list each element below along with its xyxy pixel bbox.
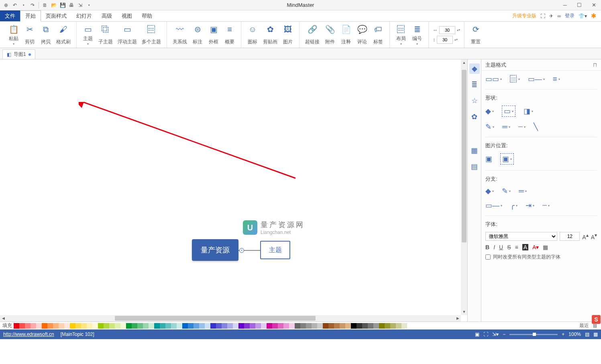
strike-button[interactable]: S xyxy=(507,244,511,250)
clipart-button[interactable]: ✿剪贴画 xyxy=(261,23,280,46)
color-swatch[interactable] xyxy=(98,323,104,329)
color-swatch[interactable] xyxy=(137,323,143,329)
img-right-icon[interactable]: ▣▾ xyxy=(500,153,514,165)
login-link[interactable]: 登录 xyxy=(565,12,575,19)
color-swatch[interactable] xyxy=(306,323,312,329)
color-swatch[interactable] xyxy=(59,323,64,329)
font-family-select[interactable]: 微软雅黑 xyxy=(485,232,557,241)
menu-start[interactable]: 开始 xyxy=(20,10,41,22)
color-swatch[interactable] xyxy=(199,323,205,329)
status-url[interactable]: http://www.edrawsoft.cn xyxy=(3,331,54,337)
color-swatch[interactable] xyxy=(109,323,115,329)
color-swatch[interactable] xyxy=(345,323,351,329)
child-topic-node[interactable]: 主题 xyxy=(260,241,290,259)
export-icon[interactable]: ⇲ xyxy=(77,2,84,9)
color-swatch[interactable] xyxy=(132,323,137,329)
reset-button[interactable]: ⟳重置 xyxy=(468,23,484,46)
border-color-icon[interactable]: ✎▾ xyxy=(485,122,494,131)
menu-advanced[interactable]: 高级 xyxy=(97,10,117,21)
color-swatch[interactable] xyxy=(104,323,109,329)
fill-color-icon[interactable]: ◆▾ xyxy=(485,106,494,117)
open-icon[interactable]: 📂 xyxy=(50,2,57,9)
color-swatch[interactable] xyxy=(115,323,120,329)
color-swatch[interactable] xyxy=(317,323,323,329)
color-swatch[interactable] xyxy=(272,323,278,329)
document-tab[interactable]: ◧ 导图1 xyxy=(2,49,35,59)
color-swatch[interactable] xyxy=(75,323,81,329)
maximize-button[interactable]: ☐ xyxy=(572,0,587,10)
color-swatch[interactable] xyxy=(334,323,340,329)
redo-button[interactable]: ↷ xyxy=(29,2,36,9)
branch-curve-icon[interactable]: ╭▾ xyxy=(510,201,517,210)
color-swatch[interactable] xyxy=(25,323,31,329)
zoom-out-button[interactable]: − xyxy=(503,331,505,337)
color-swatch[interactable] xyxy=(255,323,261,329)
tree-style-icon[interactable]: ⿳▾ xyxy=(510,75,520,83)
scroll-right-icon[interactable]: ▶ xyxy=(454,315,461,321)
crop-icon[interactable]: ⛶ xyxy=(540,13,545,19)
color-swatch[interactable] xyxy=(379,323,385,329)
minimize-button[interactable]: ─ xyxy=(558,0,572,10)
color-swatch[interactable] xyxy=(19,323,25,329)
highlight-button[interactable]: A xyxy=(522,244,528,250)
color-swatch[interactable] xyxy=(233,323,238,329)
color-swatch[interactable] xyxy=(368,323,373,329)
scroll-up-icon[interactable]: ▲ xyxy=(461,59,467,66)
menu-page-style[interactable]: 页面样式 xyxy=(41,10,71,21)
icon-button[interactable]: ☺图标 xyxy=(244,23,261,46)
color-swatch[interactable] xyxy=(160,323,165,329)
side-clip-icon[interactable]: ✿ xyxy=(469,112,480,122)
color-swatch[interactable] xyxy=(165,323,171,329)
color-swatch[interactable] xyxy=(120,323,126,329)
grid-icon[interactable]: ▦ xyxy=(593,331,598,337)
fullscreen-icon[interactable]: ⛶ xyxy=(483,331,488,337)
close-button[interactable]: ✕ xyxy=(587,0,601,10)
color-swatch[interactable] xyxy=(351,323,357,329)
color-swatch[interactable] xyxy=(194,323,199,329)
color-swatch[interactable] xyxy=(238,323,244,329)
width-spin[interactable]: ↔▴▾ xyxy=(433,26,460,34)
brand-icon[interactable]: ✱ xyxy=(591,12,596,20)
scroll-down-icon[interactable]: ▼ xyxy=(461,309,467,315)
horizontal-scrollbar[interactable]: ◀ ▶ xyxy=(0,315,461,321)
bold-button[interactable]: B xyxy=(485,244,489,250)
fit-icon[interactable]: ⇲▾ xyxy=(492,331,499,337)
color-swatch[interactable] xyxy=(340,323,345,329)
color-swatch[interactable] xyxy=(396,323,401,329)
add-topic-handle[interactable]: + xyxy=(239,248,244,253)
height-spin[interactable]: ↕▴▾ xyxy=(433,36,460,44)
color-swatch[interactable] xyxy=(227,323,233,329)
side-task-icon[interactable]: ▦ xyxy=(469,145,480,156)
color-swatch[interactable] xyxy=(53,323,59,329)
font-size-input[interactable] xyxy=(560,232,580,241)
color-swatch[interactable] xyxy=(357,323,362,329)
color-swatch[interactable] xyxy=(300,323,306,329)
italic-button[interactable]: I xyxy=(493,244,495,250)
branch-style-icon[interactable]: ▭—▾ xyxy=(528,75,545,83)
color-swatch[interactable] xyxy=(188,323,194,329)
branch-tree-icon[interactable]: ▭—▾ xyxy=(485,201,502,210)
menu-help[interactable]: 帮助 xyxy=(137,10,157,21)
vscroll-thumb[interactable] xyxy=(462,70,467,242)
color-swatch[interactable] xyxy=(182,323,188,329)
side-history-icon[interactable]: ▤ xyxy=(469,161,480,172)
color-swatch[interactable] xyxy=(222,323,227,329)
paste-button[interactable]: 📋粘贴▾ xyxy=(6,23,22,46)
copy-button[interactable]: ⧉拷贝 xyxy=(38,23,54,46)
scroll-left-icon[interactable]: ◀ xyxy=(0,315,6,321)
color-swatch[interactable] xyxy=(250,323,255,329)
menu-slideshow[interactable]: 幻灯片 xyxy=(71,10,97,21)
share-icon[interactable]: ∞ xyxy=(557,13,561,19)
color-swatch[interactable] xyxy=(278,323,283,329)
font-shrink-icon[interactable]: A▾ xyxy=(591,232,597,240)
color-swatch[interactable] xyxy=(205,323,210,329)
attachment-button[interactable]: 📎附件 xyxy=(322,23,338,46)
layout-button[interactable]: ⿳布局▾ xyxy=(393,23,409,46)
align-button[interactable]: ≡ xyxy=(515,244,518,250)
layout-style-icon[interactable]: ▭▭▾ xyxy=(485,75,502,83)
color-swatch[interactable] xyxy=(126,323,132,329)
panel-pin-icon[interactable]: ⊓ xyxy=(593,62,597,68)
view-mode1-icon[interactable]: ▣ xyxy=(475,331,479,337)
branch-dash-icon[interactable]: ┄▾ xyxy=(542,201,550,210)
color-swatch[interactable] xyxy=(177,323,182,329)
